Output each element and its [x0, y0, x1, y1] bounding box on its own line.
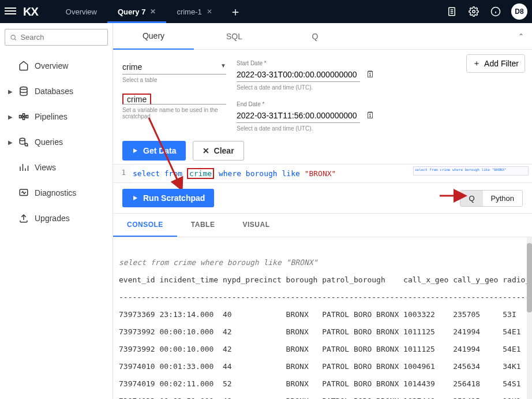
tab-console[interactable]: CONSOLE	[113, 214, 177, 237]
tab-overview[interactable]: Overview	[55, 0, 107, 23]
console-row: 73974019 00:02:11.000 52 BRONX PATROL BO…	[119, 379, 526, 388]
svg-marker-28	[133, 148, 137, 153]
tab-q[interactable]: Q	[275, 24, 355, 49]
info-icon[interactable]	[489, 5, 502, 18]
close-icon: ✕	[203, 146, 209, 155]
add-tab-button[interactable]: ＋	[223, 0, 248, 23]
tab-strip: Overview Query 7 ✕ crime-1 ✕ ＋	[55, 0, 248, 23]
svg-line-9	[15, 39, 16, 40]
sidebar-item-label: Queries	[35, 137, 63, 147]
tab-visual[interactable]: VISUAL	[228, 214, 283, 237]
console-row: 73973992 00:00:10.000 42 BRONX PATROL BO…	[119, 345, 526, 353]
scrollbar[interactable]	[527, 237, 532, 399]
search-field[interactable]	[20, 33, 103, 42]
variable-helper: Set a variable name to be used in the sc…	[122, 107, 226, 120]
tab-label: crime-1	[177, 8, 201, 16]
clear-label: Clear	[214, 146, 234, 155]
sidebar-item-databases[interactable]: ▶ Databases	[5, 79, 108, 103]
tab-label: Overview	[66, 8, 97, 16]
variable-field[interactable]: crime Set a variable name to be used in …	[122, 94, 226, 120]
close-icon[interactable]: ✕	[150, 8, 156, 16]
home-icon	[18, 61, 29, 71]
doc-icon[interactable]	[445, 5, 458, 18]
lang-q[interactable]: Q	[460, 191, 482, 206]
svg-point-8	[11, 35, 15, 39]
sidebar-item-views[interactable]: Views	[5, 155, 108, 180]
console-header: event_id incident_time nypd_precinct bor…	[119, 275, 526, 284]
add-filter-button[interactable]: ＋ Add Filter	[466, 54, 525, 73]
sidebar-item-diagnostics[interactable]: Diagnostics	[5, 181, 108, 205]
svg-line-21	[27, 146, 28, 146]
upload-icon	[18, 213, 29, 223]
play-icon	[132, 195, 138, 202]
query-icon	[18, 137, 29, 147]
sidebar-item-label: Upgrades	[35, 214, 70, 223]
plus-icon: ＋	[473, 58, 481, 69]
language-toggle: Q Python	[460, 190, 523, 207]
console-divider: ----------------------------------------…	[119, 293, 526, 301]
calendar-icon[interactable]: 🗓	[366, 69, 375, 80]
chart-icon	[18, 162, 29, 173]
svg-rect-14	[27, 115, 28, 118]
start-date-label: Start Date *	[237, 60, 375, 66]
code-line[interactable]: select from crime where borough like "BR…	[130, 165, 338, 182]
sidebar-item-label: Pipelines	[35, 112, 68, 121]
main: Query SQL Q ⌃ ＋ Add Filter crime ▼ Selec…	[113, 23, 532, 399]
tab-query7[interactable]: Query 7 ✕	[107, 0, 166, 23]
start-date-input[interactable]	[237, 68, 360, 82]
collapse-icon[interactable]: ⌃	[518, 32, 524, 40]
chevron-down-icon: ▼	[220, 62, 226, 69]
query-type-tabs: Query SQL Q ⌃	[113, 23, 532, 50]
tab-label: Query 7	[118, 8, 145, 16]
topbar: KX Overview Query 7 ✕ crime-1 ✕ ＋ D8	[0, 0, 532, 23]
chevron-right-icon[interactable]: ▶	[8, 139, 13, 146]
svg-point-10	[20, 87, 27, 90]
svg-rect-12	[23, 114, 25, 117]
search-input[interactable]	[5, 29, 108, 46]
date-helper: Select a date and time (UTC).	[237, 84, 375, 91]
svg-point-20	[25, 143, 28, 146]
get-data-label: Get Data	[143, 146, 177, 155]
chevron-right-icon[interactable]: ▶	[8, 114, 13, 120]
date-helper: Select a date and time (UTC).	[237, 125, 375, 132]
sidebar-item-label: Views	[35, 163, 56, 172]
svg-rect-13	[23, 117, 25, 120]
lang-python[interactable]: Python	[483, 191, 522, 206]
avatar[interactable]: D8	[511, 3, 527, 20]
sidebar-item-overview[interactable]: Overview	[5, 54, 108, 78]
variable-value: crime	[127, 92, 147, 106]
tab-crime1[interactable]: crime-1 ✕	[166, 0, 222, 23]
minimap[interactable]: select from crime where borough like "BR…	[413, 166, 529, 176]
tab-sql[interactable]: SQL	[194, 24, 275, 49]
sidebar-item-upgrades[interactable]: Upgrades	[5, 206, 108, 230]
console-row: 73974010 00:01:33.000 44 BRONX PATROL BO…	[119, 362, 526, 371]
pipeline-icon	[18, 111, 29, 122]
tab-query[interactable]: Query	[113, 23, 194, 50]
gear-icon[interactable]	[467, 5, 480, 18]
console-output[interactable]: select from crime where borough like "BR…	[113, 237, 532, 399]
play-icon	[132, 147, 138, 154]
svg-point-4	[473, 10, 475, 13]
builder: ＋ Add Filter crime ▼ Select a table crim…	[113, 50, 532, 137]
button-row: Get Data ✕ Clear	[113, 137, 532, 164]
code-editor[interactable]: 1 select from crime where borough like "…	[113, 164, 532, 183]
chevron-right-icon[interactable]: ▶	[8, 88, 13, 95]
tab-table[interactable]: TABLE	[177, 214, 229, 237]
topbar-right: D8	[445, 3, 527, 20]
table-select[interactable]: crime ▼ Select a table	[122, 60, 226, 83]
get-data-button[interactable]: Get Data	[122, 141, 186, 161]
sidebar-item-label: Databases	[35, 87, 73, 96]
diagnostics-icon	[18, 188, 29, 198]
console-query: select from crime where borough like "BR…	[119, 258, 526, 267]
sidebar-item-pipelines[interactable]: ▶ Pipelines	[5, 105, 108, 129]
run-scratchpad-button[interactable]: Run Scratchpad	[122, 189, 214, 207]
sidebar-item-queries[interactable]: ▶ Queries	[5, 130, 108, 154]
scrollbar-thumb[interactable]	[527, 243, 532, 312]
close-icon[interactable]: ✕	[207, 8, 212, 16]
clear-button[interactable]: ✕ Clear	[193, 141, 244, 161]
calendar-icon[interactable]: 🗓	[366, 110, 375, 121]
line-number: 1	[113, 165, 130, 182]
sidebar-item-label: Diagnostics	[35, 188, 76, 197]
menu-icon[interactable]	[5, 8, 16, 16]
end-date-input[interactable]	[237, 109, 360, 123]
